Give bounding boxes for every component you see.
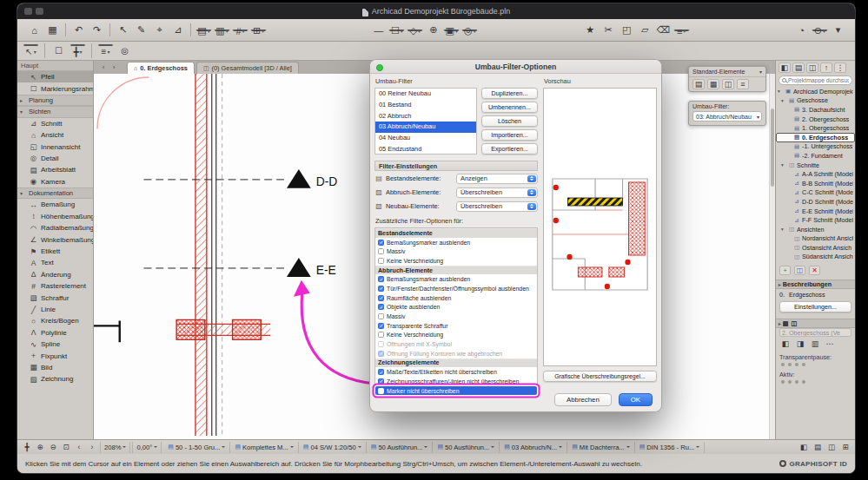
filter-option-row[interactable]: Objekte ausblenden xyxy=(375,303,537,312)
filter-option-row[interactable]: Keine Verschneidung xyxy=(375,256,537,266)
checkbox[interactable] xyxy=(378,248,384,254)
snap-grid-icon[interactable]: ⊞ xyxy=(250,30,267,33)
reference-story-value[interactable]: 2. Obergeschoss (Ve xyxy=(779,328,851,337)
filter-option-row[interactable]: Keine Verschneidung xyxy=(375,331,537,340)
tool-item[interactable]: ▦ Bild xyxy=(17,362,93,373)
quick-options-tab[interactable]: ▤ 50 Ausführun... xyxy=(433,442,500,453)
tool-item[interactable]: A Text xyxy=(17,257,93,268)
renovation-filter-item[interactable]: 03 Abbruch/Neubau xyxy=(375,122,476,133)
pen-icon[interactable]: ✎ xyxy=(133,22,149,38)
dialog-action-button[interactable]: Umbenennen... xyxy=(481,102,538,113)
quick-options-tab[interactable]: ▤ Mit Dachterra... xyxy=(567,442,635,453)
section-tool-icon[interactable]: ⊿ xyxy=(169,22,186,38)
pan-icon[interactable]: ╋ xyxy=(21,442,33,453)
checkbox[interactable] xyxy=(378,332,384,338)
add-icon[interactable]: ⊕ xyxy=(425,22,441,38)
tool-item[interactable]: ↖ Pfeil xyxy=(17,71,93,82)
renovation-filter-item[interactable]: 02 Abbruch xyxy=(375,111,476,122)
checkbox[interactable] xyxy=(378,341,384,347)
default-settings-icon[interactable]: ↖ xyxy=(23,44,39,59)
setting-dropdown[interactable]: Anzeigen xyxy=(456,174,538,184)
reference-settings-icon[interactable]: ◫ xyxy=(792,319,798,327)
tree-item[interactable]: ▤ 2. Obergeschoss xyxy=(776,115,855,124)
setting-dropdown[interactable]: Überschreiben xyxy=(456,201,538,212)
copy-icon[interactable]: ◰ xyxy=(619,22,635,38)
filter-option-row[interactable]: Bemaßungsmarker ausblenden xyxy=(375,238,537,247)
marquee-settings-icon[interactable]: ☐ xyxy=(50,43,67,58)
more-icon[interactable]: ▾ xyxy=(830,22,846,38)
canvas-scrollbar[interactable] xyxy=(769,74,775,439)
zoom-out-icon[interactable]: ⊖ xyxy=(47,442,59,453)
tool-item[interactable]: ▧ Zeichnung xyxy=(17,373,93,385)
checkbox[interactable] xyxy=(378,388,384,394)
trace-settings-icon[interactable]: ▤ xyxy=(783,319,789,327)
delete-viewpoint-icon[interactable]: ✕ xyxy=(809,266,820,275)
tool-item[interactable]: ▾ Dokumentation xyxy=(17,187,93,199)
redo-icon[interactable]: ↷ xyxy=(89,22,105,38)
checkbox[interactable] xyxy=(378,369,384,375)
tool-item[interactable]: ▸ Planung xyxy=(17,95,93,106)
tool-item[interactable]: ☐ Markierungsrahmen xyxy=(17,82,93,94)
navigator-menu-icon[interactable]: ⋮ xyxy=(834,62,846,73)
tree-item[interactable]: ▾ ▣ Archicad Demoprojekt B xyxy=(776,87,855,96)
tool-item[interactable]: ◉ Kamera xyxy=(17,176,93,187)
section-marker-ee[interactable]: E-E xyxy=(143,258,335,277)
section-marker-dd[interactable]: D-D xyxy=(143,169,337,188)
close-button[interactable] xyxy=(376,64,383,71)
checkbox[interactable] xyxy=(378,304,384,310)
renovation-filter-item[interactable]: 01 Bestand xyxy=(375,100,476,111)
filter-option-row[interactable]: Maße/Texte/Etiketten nicht überschreiben xyxy=(375,367,537,377)
undo-icon[interactable]: ↶ xyxy=(70,22,87,38)
tree-item[interactable]: ▾ ◫ Ansichten xyxy=(776,225,855,234)
ref-more-icon[interactable]: ⋯ xyxy=(824,339,836,349)
next-view-icon[interactable]: › xyxy=(86,442,98,453)
filter-option-row[interactable]: Bestandselemente xyxy=(375,228,537,238)
tool-item[interactable]: ▤ Arbeitsblatt xyxy=(17,164,93,175)
delete-icon[interactable]: ⌫ xyxy=(655,22,672,38)
transparentpause-dots[interactable] xyxy=(776,361,855,368)
stepper-icon[interactable] xyxy=(527,203,536,210)
ref-switch-icon[interactable]: ◧ xyxy=(779,339,792,349)
line-weight-icon[interactable]: — xyxy=(370,22,387,38)
tool-item[interactable]: ⚑ Etikett xyxy=(17,246,93,257)
cancel-button[interactable]: Abbrechen xyxy=(554,393,612,406)
checkbox[interactable] xyxy=(378,378,384,385)
move-options-icon[interactable]: ╋ xyxy=(70,44,86,59)
tool-item[interactable]: ◱ Innenansicht xyxy=(17,141,93,152)
checkbox[interactable] xyxy=(378,313,384,319)
favorite-door-icon[interactable]: ◫ xyxy=(722,79,734,89)
quick-options-tab[interactable]: ▤ 50 Ausführun... xyxy=(367,442,434,453)
cut-icon[interactable]: ✂ xyxy=(600,22,617,38)
tree-item[interactable]: ⊿ A-A Schnitt (Model xyxy=(776,169,855,179)
layers-icon[interactable]: ▤ xyxy=(195,30,212,33)
favorite-wall-icon[interactable]: ▤ xyxy=(692,79,705,89)
filter-option-row[interactable]: Tür/Fenster/Dachfenster/Öffnungssymbol a… xyxy=(375,284,537,293)
prev-tab-icon[interactable]: ‹ xyxy=(99,63,108,71)
checkbox[interactable] xyxy=(378,276,384,282)
quick-options-tab[interactable]: ▤ 04 S/W 1:20/50 xyxy=(299,442,367,453)
tree-item[interactable]: ◫ Nordansicht Ansich xyxy=(776,234,855,244)
add-viewpoint-icon[interactable]: + xyxy=(779,266,791,275)
layout-book-icon[interactable]: ◫ xyxy=(806,62,818,73)
filter-option-row[interactable]: Massiv xyxy=(375,247,537,256)
view-tab[interactable]: ◫ (0) Gesamtmodell [3D / Alle] xyxy=(196,62,299,74)
tool-item[interactable]: ⌂ Ansicht xyxy=(17,129,93,141)
tree-item[interactable]: ⊿ E-E Schnitt (Model xyxy=(776,207,855,216)
tool-item[interactable]: ○ Kreis/Bogen xyxy=(17,315,93,326)
favorites-star-icon[interactable]: ★ xyxy=(582,22,599,38)
favorites-icon[interactable]: ▦ xyxy=(44,22,61,38)
tree-item[interactable]: ◫ Ostansicht Ansich xyxy=(776,243,855,253)
stepper-icon[interactable] xyxy=(527,189,536,196)
quick-options-tab[interactable]: ▤ 50 - 1-50 Gru... xyxy=(163,442,230,453)
filter-option-row[interactable]: Abbruch-Elemente xyxy=(375,266,537,275)
quick-options-tab[interactable]: ▤ 03 Abbruch/N... xyxy=(500,442,567,453)
options-menu-icon[interactable]: ≡ xyxy=(673,30,690,33)
quick-options-tab[interactable]: ▤ DIN 1356 - Ru... xyxy=(635,442,706,453)
checkbox[interactable] xyxy=(378,351,384,357)
filter-option-row[interactable]: Öffnungen mit X-Symbol xyxy=(375,339,537,349)
scale-quick-icon[interactable]: ◫ xyxy=(825,442,838,453)
filter-option-row[interactable]: Transparente Schraffur xyxy=(375,321,537,331)
checkbox[interactable] xyxy=(378,323,384,329)
tool-item[interactable]: ◎ Detail xyxy=(17,153,93,164)
zoom-tool-icon[interactable]: ◎ xyxy=(461,30,478,33)
